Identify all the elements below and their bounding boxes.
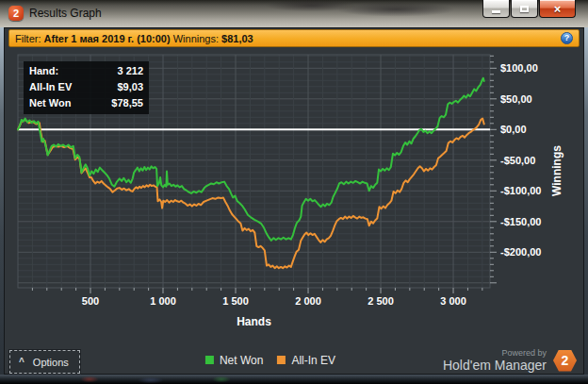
svg-text:Hands: Hands bbox=[237, 315, 271, 328]
svg-text:-$150,00: -$150,00 bbox=[500, 216, 541, 227]
info-label: Hand: bbox=[29, 63, 58, 79]
powered-by-label: Powered by bbox=[501, 348, 547, 358]
info-label: Net Won bbox=[29, 95, 71, 111]
info-label: All-In EV bbox=[29, 79, 72, 95]
chart-legend: Net Won All-In EV bbox=[205, 345, 335, 375]
window-frame-right bbox=[584, 27, 588, 375]
window-controls: × bbox=[482, 0, 576, 18]
legend-item-net-won: Net Won bbox=[205, 354, 263, 367]
close-icon: × bbox=[554, 1, 562, 17]
svg-text:Winnings: Winnings bbox=[550, 145, 564, 196]
winnings-value: $81,03 bbox=[221, 33, 253, 44]
bottom-bar: ^ Options Net Won All-In EV Powered by H… bbox=[4, 345, 584, 375]
svg-text:1 500: 1 500 bbox=[222, 295, 249, 307]
svg-text:-$100,00: -$100,00 bbox=[500, 185, 541, 196]
brand-text: Powered by Hold'em Manager bbox=[443, 348, 547, 373]
chevron-up-icon: ^ bbox=[19, 358, 24, 367]
winnings-label: Winnings: bbox=[173, 33, 219, 44]
filter-bar[interactable]: Filter: After 1 мая 2019 г. (10:00) Winn… bbox=[8, 29, 580, 47]
svg-text:2 500: 2 500 bbox=[368, 295, 394, 307]
info-value: 3 212 bbox=[117, 63, 143, 79]
window-title: Results Graph bbox=[29, 7, 102, 20]
legend-label: All-In EV bbox=[291, 354, 335, 367]
svg-text:3 000: 3 000 bbox=[440, 295, 466, 307]
svg-text:2 000: 2 000 bbox=[295, 295, 321, 307]
brand-name: Hold'em Manager bbox=[443, 358, 547, 373]
filter-label: Filter: bbox=[15, 33, 41, 44]
hover-info-box: Hand: 3 212 All-In EV $9,03 Net Won $78,… bbox=[24, 61, 149, 114]
hm2-app-icon: 2 bbox=[8, 6, 24, 21]
info-row-net-won: Net Won $78,55 bbox=[29, 95, 143, 111]
svg-text:1 000: 1 000 bbox=[150, 295, 176, 307]
maximize-button[interactable] bbox=[511, 0, 538, 18]
svg-text:500: 500 bbox=[82, 295, 99, 307]
filter-value: After 1 мая 2019 г. (10:00) bbox=[44, 33, 171, 44]
legend-item-allin-ev: All-In EV bbox=[277, 354, 335, 367]
info-value: $9,03 bbox=[117, 79, 143, 95]
info-row-allin-ev: All-In EV $9,03 bbox=[29, 79, 143, 95]
svg-text:$100,00: $100,00 bbox=[500, 62, 538, 74]
options-label: Options bbox=[33, 357, 69, 368]
allin-ev-swatch-icon bbox=[277, 356, 286, 364]
results-graph-window: 2 Results Graph × Filter: After 1 мая 20… bbox=[0, 0, 588, 384]
window-frame-bottom bbox=[0, 375, 588, 384]
minimize-icon bbox=[492, 10, 500, 13]
info-value: $78,55 bbox=[111, 95, 143, 111]
minimize-button[interactable] bbox=[482, 0, 510, 18]
help-icon[interactable]: ? bbox=[561, 32, 573, 44]
svg-text:-$200,00: -$200,00 bbox=[500, 246, 541, 258]
svg-text:$0,00: $0,00 bbox=[500, 124, 527, 135]
info-row-hand: Hand: 3 212 bbox=[29, 63, 143, 79]
close-button[interactable]: × bbox=[539, 0, 576, 18]
branding: Powered by Hold'em Manager 2 bbox=[443, 348, 577, 373]
svg-text:$50,00: $50,00 bbox=[500, 93, 532, 105]
maximize-icon bbox=[520, 6, 529, 12]
options-button[interactable]: ^ Options bbox=[9, 350, 80, 374]
svg-text:-$50,00: -$50,00 bbox=[500, 155, 535, 166]
results-chart-area: $100,00$50,00$0,00-$50,00-$100,00-$150,0… bbox=[8, 47, 580, 345]
hm2-logo-icon: 2 bbox=[553, 350, 577, 372]
legend-label: Net Won bbox=[220, 354, 263, 367]
net-won-swatch-icon bbox=[205, 356, 214, 364]
